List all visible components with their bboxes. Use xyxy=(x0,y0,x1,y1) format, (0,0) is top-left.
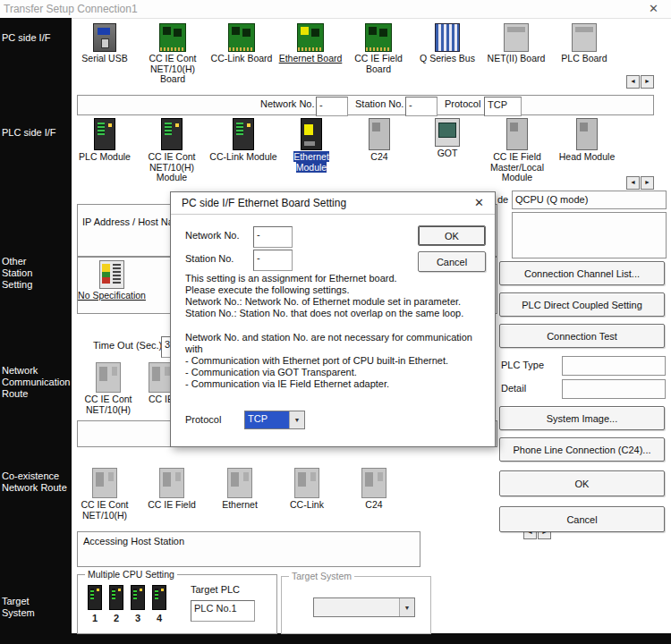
pc-if-item-cclink-board[interactable]: CC-Link Board xyxy=(208,23,276,64)
dropdown-arrow-icon: ▼ xyxy=(399,598,414,616)
ethernet-module-icon xyxy=(301,118,322,150)
dialog-close-icon[interactable]: ✕ xyxy=(474,196,484,209)
cpu-4[interactable] xyxy=(152,585,166,610)
plc-if-label: C24 xyxy=(345,152,413,163)
dialog-network-no-field[interactable]: - xyxy=(253,226,293,248)
coexist-label: CC-Link xyxy=(273,500,341,511)
station-no-field[interactable]: - xyxy=(405,97,437,116)
dialog-network-no-label: Network No. xyxy=(185,230,240,241)
dialog-cancel-button[interactable]: Cancel xyxy=(418,251,486,272)
accessing-panel: Accessing Host Station xyxy=(77,531,420,567)
connection-test-button[interactable]: Connection Test xyxy=(499,324,665,348)
coexist-item-cclink[interactable]: CC-Link xyxy=(273,468,341,511)
network-no-label: Network No. xyxy=(260,98,315,109)
coexist-ccie-cont-icon xyxy=(92,468,117,498)
dropdown-arrow-icon: ▼ xyxy=(289,411,304,428)
plc-if-item-c24[interactable]: C24 xyxy=(345,118,413,163)
section-sidebar: PC side I/F PLC side I/F Other Station S… xyxy=(0,18,72,633)
cpu-4-number: 4 xyxy=(151,613,167,623)
cpu-1-number: 1 xyxy=(87,613,103,623)
cpu-2[interactable] xyxy=(109,585,123,610)
dialog-protocol-label: Protocol xyxy=(185,414,221,425)
plc-if-item-plc-module[interactable]: PLC Module xyxy=(71,118,139,163)
coexist-cclink-icon xyxy=(294,468,319,498)
pc-if-label: CC IE Cont NET/10(H) Board xyxy=(139,54,207,85)
cpu-4-icon xyxy=(152,585,166,610)
target-system-value xyxy=(314,598,399,616)
transfer-cancel-button[interactable]: Cancel xyxy=(499,506,665,532)
cpu-2-number: 2 xyxy=(108,613,124,623)
plc-if-label-selected: Ethernet Module xyxy=(293,151,329,173)
plc-if-item-head-module[interactable]: Head Module xyxy=(553,118,621,163)
plc-module-icon xyxy=(94,118,115,150)
phone-line-connection-button[interactable]: Phone Line Connection (C24)... xyxy=(499,437,665,462)
target-system-dropdown[interactable]: ▼ xyxy=(313,597,415,617)
protocol-label: Protocol xyxy=(445,98,480,109)
plc-if-item-ccie-cont-module[interactable]: CC IE Cont NET/10(H) Module xyxy=(138,118,206,183)
cpu-3[interactable] xyxy=(131,585,145,610)
ccie-field-master-icon xyxy=(506,118,528,150)
station-no-label: Station No. xyxy=(355,98,403,109)
accessing-label: Accessing Host Station xyxy=(83,536,184,547)
transfer-ok-button[interactable]: OK xyxy=(499,470,665,496)
pc-if-scroll: ◄ ► xyxy=(626,75,654,89)
plc-if-item-got[interactable]: GOT xyxy=(413,118,481,159)
scroll-left-icon[interactable]: ◄ xyxy=(626,75,640,89)
target-plc-field[interactable]: PLC No.1 xyxy=(191,600,255,622)
dialog-info-line: Station No.: Station No. that does not o… xyxy=(185,308,463,319)
multiple-cpu-group-label: Multiple CPU Setting xyxy=(85,569,177,580)
pc-if-item-net2-board[interactable]: NET(II) Board xyxy=(482,23,550,64)
pc-if-item-plc-board[interactable]: PLC Board xyxy=(550,23,618,64)
protocol-field[interactable]: TCP xyxy=(484,97,522,116)
transfer-setup-window: Transfer Setup Connection1 ✕ PC side I/F… xyxy=(0,0,671,644)
dialog-station-no-field[interactable]: - xyxy=(253,250,293,271)
pc-if-item-serial-usb[interactable]: Serial USB xyxy=(71,23,139,64)
scroll-right-icon[interactable]: ► xyxy=(641,176,654,190)
plc-if-item-cclink-module[interactable]: CC-Link Module xyxy=(209,118,277,163)
pc-if-label: CC-Link Board xyxy=(208,54,276,64)
head-module-icon xyxy=(576,118,598,150)
target-plc-label: Target PLC xyxy=(191,584,240,595)
ccie-cont-board-icon xyxy=(159,23,186,52)
coexist-item-ccie-field[interactable]: CC IE Field xyxy=(138,468,206,511)
plc-type-field xyxy=(562,356,666,376)
system-image-button[interactable]: System Image... xyxy=(499,406,665,430)
coexist-ethernet-icon xyxy=(227,468,252,498)
coexist-item-ethernet[interactable]: Ethernet xyxy=(206,468,274,511)
coexist-label: C24 xyxy=(340,500,408,511)
cpu-mode-label-fragment: de xyxy=(497,194,508,205)
plc-if-label: CC IE Field Master/Local Module xyxy=(483,152,551,183)
window-close-icon[interactable]: ✕ xyxy=(649,2,658,15)
cpu-1[interactable] xyxy=(88,585,102,610)
plc-if-label: CC-Link Module xyxy=(209,152,277,163)
sidebar-item-other-station: Other Station Setting xyxy=(2,256,57,291)
pc-if-label: PLC Board xyxy=(550,54,618,64)
sidebar-item-network-route: Network Communication Route xyxy=(2,365,72,400)
dialog-ok-button[interactable]: OK xyxy=(418,225,486,246)
cpu-mode-field: QCPU (Q mode) xyxy=(512,191,667,209)
coexist-item-ccie-cont[interactable]: CC IE Cont NET/10(H) xyxy=(71,468,139,521)
plc-if-item-ccie-field-master[interactable]: CC IE Field Master/Local Module xyxy=(483,118,551,183)
pc-if-label: Serial USB xyxy=(71,54,139,64)
pc-if-item-ccie-cont-board[interactable]: CC IE Cont NET/10(H) Board xyxy=(139,23,207,85)
window-title: Transfer Setup Connection1 xyxy=(4,3,138,15)
scroll-right-icon[interactable]: ► xyxy=(641,75,654,89)
pc-if-item-ethernet-board[interactable]: Ethernet Board xyxy=(276,23,344,64)
scroll-left-icon[interactable]: ◄ xyxy=(626,176,640,190)
dialog-protocol-dropdown[interactable]: TCP ▼ xyxy=(244,411,305,429)
pc-if-item-ccie-field-board[interactable]: CC IE Field Board xyxy=(344,23,412,74)
cpu-1-icon xyxy=(88,585,102,610)
pc-if-settings-row: Network No. - Station No. - Protocol TCP xyxy=(77,95,654,115)
network-no-field[interactable]: - xyxy=(316,97,348,116)
plc-if-item-ethernet-module[interactable]: Ethernet Module xyxy=(277,118,345,173)
coexist-item-c24[interactable]: C24 xyxy=(340,468,408,511)
pc-if-item-q-series-bus[interactable]: Q Series Bus xyxy=(413,23,481,64)
ethernet-board-icon xyxy=(297,23,324,52)
connection-channel-list-button[interactable]: Connection Channel List... xyxy=(499,261,665,285)
dialog-info-line: Network No. and station No. are not nece… xyxy=(185,332,472,343)
cclink-module-icon xyxy=(233,118,254,150)
plc-direct-coupled-button[interactable]: PLC Direct Coupled Setting xyxy=(499,292,665,317)
other-station-no-specification[interactable]: No Specification xyxy=(78,260,146,301)
plc-board-icon xyxy=(572,23,597,52)
no-specification-icon xyxy=(99,260,124,289)
